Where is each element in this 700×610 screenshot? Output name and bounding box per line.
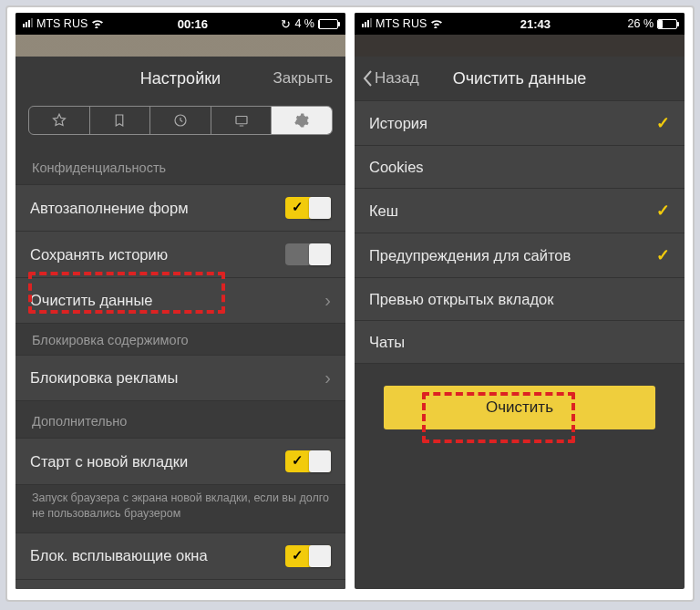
row-label: Автозаполнение форм [30, 200, 189, 217]
check-icon: ✓ [656, 113, 670, 133]
nav-header: Настройки Закрыть [15, 57, 345, 100]
clear-row[interactable]: История✓ [355, 100, 685, 146]
check-icon: ✓ [656, 201, 670, 221]
status-bar: MTS RUS 00:16 ↻ 4 % [15, 13, 345, 35]
section-header-extra: Дополнительно [15, 401, 345, 438]
row-label: Очистить данные [30, 292, 152, 309]
segment-history[interactable] [150, 107, 211, 134]
chevron-right-icon: › [324, 367, 331, 388]
close-button[interactable]: Закрыть [273, 57, 333, 100]
check-icon: ✓ [656, 245, 670, 265]
row-label: Блок. всплывающие окна [30, 547, 208, 564]
segment-bookmarks[interactable] [29, 107, 90, 134]
row-adblock[interactable]: Блокировка рекламы › [15, 355, 345, 401]
settings-sheet: Настройки Закрыть [15, 57, 345, 589]
phone-right: MTS RUS 21:43 26 % Назад Очистить данные… [355, 13, 685, 589]
clear-row-label: Кеш [369, 202, 398, 220]
section-header-block-content: Блокировка содержимого [15, 324, 345, 355]
chevron-right-icon: › [324, 290, 331, 311]
back-label: Назад [375, 69, 419, 88]
nav-title: Очистить данные [453, 69, 587, 88]
phone-left: MTS RUS 00:16 ↻ 4 % Настройки Закрыть [15, 13, 345, 589]
clear-button[interactable]: Очистить [384, 386, 655, 429]
switch-autofill[interactable] [285, 197, 331, 219]
clock-label: 21:43 [520, 17, 551, 31]
back-button[interactable]: Назад [362, 57, 419, 100]
row-popups[interactable]: Блок. всплывающие окна [15, 532, 345, 580]
nav-header: Назад Очистить данные [355, 57, 685, 100]
row-clear-data[interactable]: Очистить данные › [15, 278, 345, 324]
chevron-left-icon [362, 70, 373, 87]
switch-new-tab[interactable] [285, 450, 331, 472]
battery-icon [318, 19, 338, 29]
row-new-tab[interactable]: Старт с новой вкладки [15, 438, 345, 485]
battery-pct: 26 % [628, 17, 654, 30]
wifi-icon [91, 17, 104, 31]
clear-row-label: Cookies [369, 159, 424, 176]
status-bar: MTS RUS 21:43 26 % [355, 13, 685, 35]
clear-row-label: Предупреждения для сайтов [369, 247, 571, 264]
background-peek [15, 35, 345, 57]
row-label: Сохранять историю [30, 246, 168, 264]
signal-icon [23, 18, 33, 27]
battery-icon [657, 19, 677, 29]
switch-save-history[interactable] [285, 243, 331, 265]
segment-tabs[interactable] [211, 107, 273, 134]
row-new-tab-subtext: Запуск браузера с экрана новой вкладки, … [15, 485, 345, 532]
clear-row[interactable]: Кеш✓ [355, 189, 685, 233]
row-save-history[interactable]: Сохранять историю [15, 232, 345, 278]
svg-rect-1 [236, 117, 247, 124]
clear-row[interactable]: Cookies [355, 146, 685, 189]
signal-icon [362, 18, 372, 27]
row-label: Блокировка рекламы [30, 369, 178, 387]
clear-data-sheet: Назад Очистить данные История✓CookiesКеш… [355, 57, 685, 567]
carrier-label: MTS RUS [376, 17, 427, 30]
switch-popups[interactable] [285, 545, 331, 567]
sync-icon: ↻ [281, 17, 291, 31]
segmented-control [28, 106, 333, 135]
section-header-privacy: Конфиденциальность [15, 148, 345, 184]
clear-row-label: Превью открытых вкладок [369, 291, 553, 308]
clock-label: 00:16 [178, 17, 208, 31]
row-autofill[interactable]: Автозаполнение форм [15, 184, 345, 232]
clear-row[interactable]: Предупреждения для сайтов✓ [355, 233, 685, 278]
clear-row[interactable]: Чаты [355, 321, 685, 364]
clear-row-label: История [369, 115, 427, 132]
clear-button-label: Очистить [486, 398, 553, 416]
row-improve[interactable]: Делать Браузер лучше [15, 580, 345, 589]
clear-row[interactable]: Превью открытых вкладок [355, 278, 685, 321]
carrier-label: MTS RUS [36, 17, 88, 30]
segment-collections[interactable] [90, 107, 151, 134]
clear-row-label: Чаты [369, 334, 405, 351]
background-peek [355, 35, 685, 57]
row-label: Старт с новой вкладки [30, 453, 188, 470]
nav-title: Настройки [140, 69, 221, 88]
battery-pct: 4 % [294, 17, 314, 30]
segment-settings[interactable] [272, 107, 332, 134]
wifi-icon [430, 17, 443, 31]
